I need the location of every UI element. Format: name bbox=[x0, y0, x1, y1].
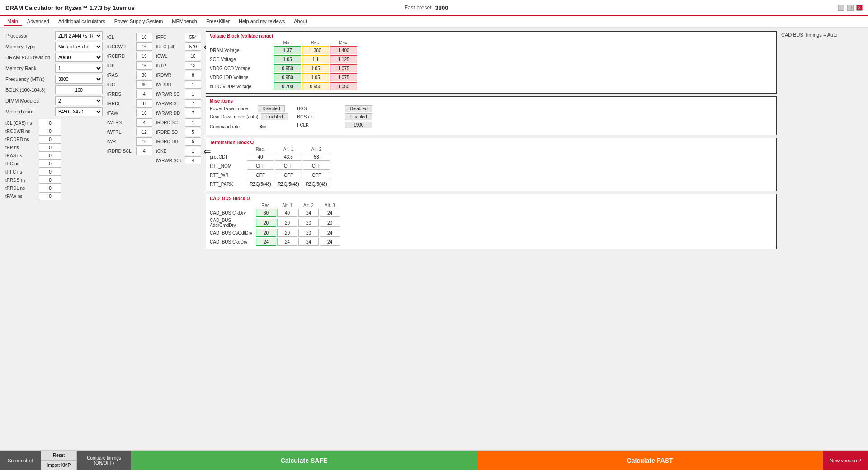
rtt-nom-rec: OFF bbox=[247, 162, 274, 170]
volt-header-max: Max. bbox=[330, 40, 357, 45]
vddg-iod-row: VDDG IOD Voltage 0.950 1.05 1.075 bbox=[210, 73, 773, 81]
dram-pcb-select[interactable]: A0/B0 bbox=[55, 53, 103, 62]
screenshot-button[interactable]: Screenshot bbox=[0, 451, 41, 462]
reset-button[interactable]: Reset bbox=[41, 451, 77, 461]
trfc-ns-val: 0 bbox=[39, 168, 61, 176]
trp-ns-val: 0 bbox=[39, 143, 61, 151]
trcdrd-ns-val: 0 bbox=[39, 135, 61, 143]
cad-clk-rec: 60 bbox=[256, 209, 276, 217]
trp-label: tRP bbox=[107, 63, 134, 68]
menu-help[interactable]: Help and my reviews bbox=[235, 17, 288, 26]
memory-type-select[interactable]: Micron E/H-die bbox=[55, 42, 103, 51]
processor-select[interactable]: ZEN 2 AM4 / sTRX4 bbox=[55, 31, 103, 40]
tcl-cas-ns-label: tCL (CAS) ns bbox=[5, 121, 37, 126]
volt-header-min: Min. bbox=[274, 40, 301, 45]
trc-ns-val: 0 bbox=[39, 160, 61, 168]
trc-ns-row: tRC ns 0 bbox=[5, 160, 103, 168]
cad-cke-label: CAD_BUS CkeDrv bbox=[210, 240, 255, 244]
trtp-label: tRTP bbox=[156, 63, 183, 68]
bgs-val: Disabled bbox=[345, 105, 372, 112]
twrwr-scl-val: 4 bbox=[185, 156, 201, 164]
menu-membench[interactable]: MEMbench bbox=[168, 17, 201, 26]
dimm-select[interactable]: 2 bbox=[55, 96, 103, 105]
vddg-iod-min: 0.950 bbox=[274, 73, 301, 81]
menu-main[interactable]: Main bbox=[4, 17, 22, 26]
voltage-block: Voltage Block (voltage range) Min. Rec. … bbox=[206, 31, 777, 94]
twrrd-val: 1 bbox=[185, 80, 201, 89]
volt-header-rec: Rec. bbox=[302, 40, 329, 45]
tcl-val: 16 bbox=[136, 33, 152, 41]
trcdwr-ns-val: 0 bbox=[39, 127, 61, 135]
cad-clk-alt2: 24 bbox=[298, 209, 319, 217]
trp-ns-row: tRP ns 0 bbox=[5, 143, 103, 151]
misc-block-title: Misc items bbox=[210, 99, 773, 103]
bclk-input[interactable] bbox=[55, 85, 103, 94]
tcl-cas-ns-val: 0 bbox=[39, 119, 61, 127]
bottom-bar: Screenshot Reset Import XMP Compare timi… bbox=[0, 450, 868, 461]
trdrd-dd-val: 5 bbox=[185, 137, 201, 146]
twrwr-sc-val: 1 bbox=[185, 90, 201, 98]
procodt-alt2: 53 bbox=[303, 153, 330, 161]
calculate-fast-button[interactable]: Calculate FAST bbox=[477, 451, 823, 462]
tcl-cas-ns-row: tCL (CAS) ns 0 bbox=[5, 119, 103, 127]
gear-down-val: Enabled bbox=[261, 113, 288, 120]
trrds-ns-label: tRRDS ns bbox=[5, 178, 37, 183]
menu-freezekiller[interactable]: FreeзKiller bbox=[203, 17, 233, 26]
import-xmp-button[interactable]: Import XMP bbox=[41, 461, 77, 462]
new-version-button[interactable]: New version ? bbox=[823, 451, 868, 462]
fclk-label: FCLK bbox=[297, 122, 342, 127]
window-controls: — ❐ ✕ bbox=[838, 5, 863, 11]
trrds-val: 4 bbox=[136, 90, 152, 98]
cldo-vddp-rec: 0.950 bbox=[302, 82, 329, 90]
menu-about[interactable]: About bbox=[290, 17, 311, 26]
dram-voltage-min: 1.37 bbox=[274, 46, 301, 54]
trdrd-scl-val: 4 bbox=[136, 147, 152, 155]
trfc-label: tRFC bbox=[156, 35, 183, 40]
menu-bar: Main Advanced Additional calculators Pow… bbox=[0, 16, 868, 28]
memory-rank-label: Memory Rank bbox=[5, 66, 55, 71]
close-button[interactable]: ✕ bbox=[856, 5, 863, 11]
term-header-alt1: Alt. 1 bbox=[275, 147, 302, 152]
termination-block-title: Termination Block Ω bbox=[210, 140, 773, 145]
tcke-val: 1 bbox=[185, 147, 201, 155]
fclk-val: 1900 bbox=[345, 122, 372, 128]
trp-val: 16 bbox=[136, 61, 152, 70]
cad-addr-rec: 20 bbox=[256, 219, 276, 227]
motherboard-select[interactable]: B450 / X470 bbox=[55, 107, 103, 116]
cad-clk-label: CAD_BUS ClkDrv bbox=[210, 211, 255, 216]
tras-ns-row: tRAS ns 0 bbox=[5, 151, 103, 160]
menu-advanced[interactable]: Advanced bbox=[24, 17, 53, 26]
termination-block: Termination Block Ω Rec. Alt. 1 Alt. 2 p… bbox=[206, 138, 777, 191]
vddg-ccd-max: 1.075 bbox=[330, 64, 357, 72]
rtt-nom-alt2: OFF bbox=[303, 162, 330, 170]
minimize-button[interactable]: — bbox=[838, 5, 844, 11]
cad-csodt-label: CAD_BUS CsOdtDrv bbox=[210, 230, 255, 235]
calculate-safe-button[interactable]: Calculate SAFE bbox=[131, 451, 477, 462]
menu-power-supply[interactable]: Power Supply System bbox=[111, 17, 167, 26]
memory-type-row: Memory Type Micron E/H-die bbox=[5, 42, 103, 51]
trfc-ns-label: tRFC ns bbox=[5, 169, 37, 174]
trdrd-sc-val: 1 bbox=[185, 118, 201, 127]
trcdwr-label: tRCDWR bbox=[107, 44, 134, 49]
menu-additional[interactable]: Additional calculators bbox=[55, 17, 109, 26]
procodt-alt1: 43.6 bbox=[275, 153, 302, 161]
motherboard-label: Motherboard bbox=[5, 109, 55, 114]
cldo-vddp-max: 1.050 bbox=[330, 82, 357, 90]
tcke-label: tCKE bbox=[156, 149, 183, 154]
frequency-select[interactable]: 3800 bbox=[55, 75, 103, 84]
restore-button[interactable]: ❐ bbox=[847, 5, 854, 11]
vddg-ccd-min: 0.950 bbox=[274, 64, 301, 72]
rtt-park-alt2: RZQ/5(48) bbox=[303, 180, 330, 188]
tfaw-ns-val: 0 bbox=[39, 192, 61, 200]
rtt-park-rec: RZQ/5(48) bbox=[247, 180, 274, 188]
main-content: Processor ZEN 2 AM4 / sTRX4 Memory Type … bbox=[0, 28, 868, 461]
dram-voltage-max: 1.400 bbox=[330, 46, 357, 54]
cad-csodt-row: CAD_BUS CsOdtDrv 20 20 20 24 bbox=[210, 229, 773, 237]
trrdl-ns-val: 0 bbox=[39, 184, 61, 192]
memory-rank-select[interactable]: 1 bbox=[55, 64, 103, 73]
twrwr-dd-val: 7 bbox=[185, 109, 201, 117]
compare-timings-button[interactable]: Compare timings(ON/OFF) bbox=[77, 451, 131, 462]
trrdl-ns-label: tRRDL ns bbox=[5, 186, 37, 191]
cad-cke-alt2: 24 bbox=[298, 238, 319, 246]
cad-csodt-alt1: 20 bbox=[277, 229, 297, 237]
